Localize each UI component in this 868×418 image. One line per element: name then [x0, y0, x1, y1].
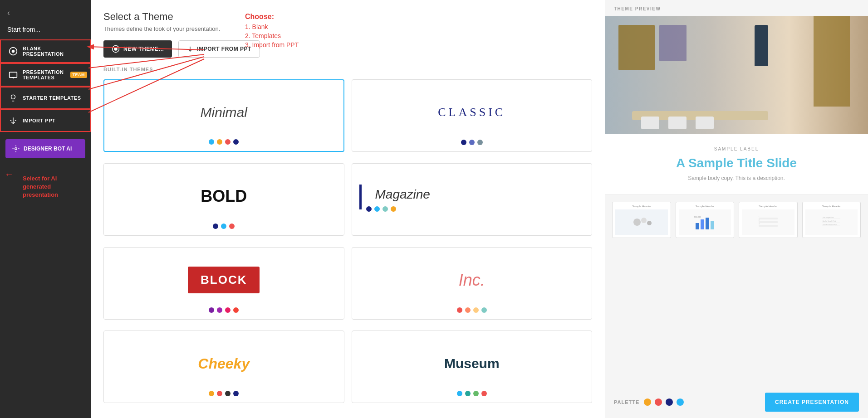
theme-name-cheeky: Cheeky	[198, 355, 250, 372]
starter-templates-label: STARTER TEMPLATES	[23, 95, 81, 101]
sidebar-item-templates[interactable]: PRESENTATIONTEMPLATES TEAM	[0, 63, 91, 87]
palette-dot-1	[644, 399, 651, 406]
import-ppt-button-label: IMPORT FROM PPT	[197, 46, 251, 52]
slides-icon	[8, 70, 18, 80]
dot	[213, 224, 218, 229]
dot	[465, 391, 471, 396]
page-subtitle: Themes define the look of your presentat…	[103, 25, 592, 32]
palette-section: PALETTE	[614, 399, 684, 406]
theme-dots-block	[209, 307, 239, 313]
dot	[225, 391, 230, 396]
theme-dots-museum	[457, 391, 487, 396]
svg-text:1: 1	[759, 216, 760, 218]
theme-name-block: BLOCK	[201, 273, 247, 287]
sidebar-item-starter[interactable]: STARTER TEMPLATES	[0, 87, 91, 109]
palette-dot-4	[677, 399, 684, 406]
svg-rect-18	[759, 225, 778, 227]
palette-dot-2	[655, 399, 662, 406]
theme-card-bold[interactable]: BOLD	[103, 163, 344, 236]
preview-thumbnails: Sample Header Sample Header $60,000	[605, 194, 868, 245]
dot	[374, 206, 380, 212]
svg-text:One Sample Point: One Sample Point	[823, 217, 834, 219]
dot	[469, 140, 475, 145]
theme-name-classic: CLASSIC	[438, 106, 505, 119]
theme-dots-bold	[213, 224, 235, 229]
create-presentation-button[interactable]: CREATE PRESENTATION	[765, 393, 859, 412]
main-content: Select a Theme Themes define the look of…	[91, 0, 605, 418]
dot	[233, 139, 239, 145]
thumb-header-4: Sample Header	[805, 205, 858, 208]
svg-point-1	[12, 50, 15, 53]
theme-name-minimal: Minimal	[201, 105, 247, 120]
thumb-header-1: Sample Header	[615, 205, 668, 208]
palette-dots	[644, 399, 684, 406]
dot	[233, 391, 239, 396]
dot	[457, 307, 462, 313]
theme-card-minimal[interactable]: Minimal	[103, 79, 344, 152]
svg-point-10	[647, 221, 652, 225]
thumb-header-3: Sample Header	[742, 205, 794, 208]
svg-point-8	[633, 219, 641, 226]
theme-dots-inc	[457, 307, 487, 313]
dot	[461, 140, 466, 145]
dot	[457, 391, 462, 396]
thumb-content-3: 1 2 3	[742, 209, 794, 235]
svg-text:3: 3	[759, 223, 760, 225]
designer-bot-button[interactable]: DESIGNER BOT AI	[5, 139, 85, 158]
svg-rect-11	[696, 223, 699, 229]
svg-text:One More Sample Point: One More Sample Point	[823, 224, 837, 226]
action-buttons: NEW THEME... IMPORT FROM PPT	[103, 40, 592, 58]
dot	[209, 139, 214, 145]
dot	[383, 206, 388, 212]
svg-rect-14	[711, 221, 714, 229]
thumb-content-1	[615, 209, 668, 235]
svg-rect-2	[10, 72, 17, 78]
dot	[477, 140, 483, 145]
theme-card-block[interactable]: BLOCK	[103, 247, 344, 320]
sample-title-part2: Title Slide	[737, 156, 797, 170]
thumbnail-3[interactable]: Sample Header 1 2 3	[739, 202, 798, 238]
dot	[366, 206, 372, 212]
dot	[465, 307, 471, 313]
ai-annotation: Select for AI generated presentation	[15, 167, 87, 207]
thumbnail-2[interactable]: Sample Header $60,000	[676, 202, 735, 238]
sidebar-title: Start from...	[0, 21, 91, 39]
dot	[209, 391, 214, 396]
block-inner: BLOCK	[188, 267, 260, 293]
back-button[interactable]: ‹	[0, 5, 91, 21]
thumbnail-4[interactable]: Sample Header One Sample Point Another S…	[802, 202, 861, 238]
theme-card-museum[interactable]: Museum	[352, 331, 593, 403]
theme-dots-classic	[461, 140, 483, 145]
theme-dots-cheeky	[209, 391, 239, 396]
magazine-bar	[359, 185, 362, 209]
theme-dots-minimal	[209, 139, 239, 145]
svg-text:Another Sample Point: Another Sample Point	[823, 220, 836, 222]
dot	[225, 307, 230, 313]
sidebar-item-import[interactable]: IMPORT PPT	[0, 109, 91, 132]
dot	[233, 307, 239, 313]
page-title: Select a Theme	[103, 11, 592, 23]
dot	[217, 391, 222, 396]
thumbnail-1[interactable]: Sample Header	[612, 202, 671, 238]
palette-dot-3	[666, 399, 673, 406]
preview-footer: PALETTE CREATE PRESENTATION	[605, 386, 868, 418]
palette-label: PALETTE	[614, 399, 639, 405]
import-ppt-button[interactable]: IMPORT FROM PPT	[178, 40, 260, 58]
dot	[217, 139, 222, 145]
team-badge: TEAM	[70, 72, 88, 78]
theme-card-magazine[interactable]: Magazine	[352, 163, 593, 236]
sample-body: Sample body copy. This is a description.	[623, 175, 850, 181]
dot	[225, 139, 230, 145]
svg-point-5	[15, 148, 17, 150]
theme-name-inc: Inc.	[459, 271, 485, 290]
new-theme-button[interactable]: NEW THEME...	[103, 40, 172, 58]
bulb-icon	[8, 93, 18, 103]
theme-card-inc[interactable]: Inc.	[352, 247, 593, 320]
import-icon	[8, 116, 18, 126]
sidebar-item-blank[interactable]: BLANK PRESENTATION	[0, 39, 91, 63]
sample-label: SAMPLE LABEL	[623, 146, 850, 151]
theme-dots-magazine	[366, 206, 396, 212]
import-ppt-label: IMPORT PPT	[23, 118, 55, 123]
theme-card-classic[interactable]: CLASSIC	[352, 79, 593, 152]
theme-card-cheeky[interactable]: Cheeky	[103, 331, 344, 403]
